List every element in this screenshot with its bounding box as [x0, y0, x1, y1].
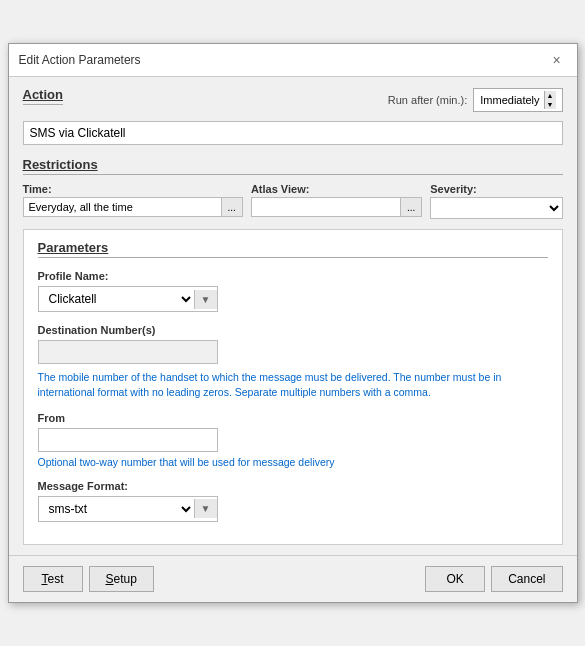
footer-left-buttons: Test Setup — [23, 566, 154, 592]
parameters-header: Parameters — [38, 240, 548, 258]
profile-name-select-row: Clickatell ▼ — [38, 286, 218, 312]
from-input[interactable] — [38, 428, 218, 452]
test-button[interactable]: Test — [23, 566, 83, 592]
action-input[interactable] — [23, 121, 563, 145]
restrictions-section: Restrictions Time: ... Atlas View: ... — [23, 157, 563, 219]
severity-label: Severity: — [430, 183, 562, 195]
footer-right-buttons: OK Cancel — [425, 566, 562, 592]
severity-select[interactable] — [431, 198, 561, 218]
time-input[interactable] — [23, 197, 221, 217]
message-format-arrow-icon: ▼ — [194, 499, 217, 518]
time-ellipsis-button[interactable]: ... — [221, 197, 243, 217]
parameters-section: Parameters Profile Name: Clickatell ▼ De… — [23, 229, 563, 544]
main-content: Action Run after (min.): Immediately ▲ ▼… — [9, 77, 577, 554]
close-button[interactable]: × — [547, 50, 567, 70]
profile-name-label: Profile Name: — [38, 270, 548, 282]
restrictions-fields: Time: ... Atlas View: ... Severity: — [23, 183, 563, 219]
ok-button[interactable]: OK — [425, 566, 485, 592]
setup-label-rest: etup — [114, 572, 137, 586]
from-label: From — [38, 412, 548, 424]
title-bar-text: Edit Action Parameters — [19, 53, 141, 67]
footer: Test Setup OK Cancel — [9, 555, 577, 602]
from-hint: Optional two-way number that will be use… — [38, 456, 548, 468]
atlas-field-group: Atlas View: ... — [251, 183, 422, 219]
message-format-select[interactable]: sms-txt — [39, 497, 194, 521]
atlas-label: Atlas View: — [251, 183, 422, 195]
run-after-control: Immediately ▲ ▼ — [473, 88, 562, 112]
message-format-label: Message Format: — [38, 480, 548, 492]
immediately-value: Immediately — [480, 94, 539, 106]
severity-field-group: Severity: — [430, 183, 562, 219]
severity-select-row — [430, 197, 562, 219]
message-format-select-row: sms-txt ▼ — [38, 496, 218, 522]
run-after-group: Run after (min.): Immediately ▲ ▼ — [388, 88, 563, 112]
restrictions-header: Restrictions — [23, 157, 563, 175]
run-after-spinner: ▲ ▼ — [544, 91, 556, 109]
time-field-group: Time: ... — [23, 183, 243, 219]
spin-up-button[interactable]: ▲ — [545, 91, 556, 100]
atlas-ellipsis-button[interactable]: ... — [400, 197, 422, 217]
destination-hint: The mobile number of the handset to whic… — [38, 370, 528, 399]
destination-input[interactable] — [38, 340, 218, 364]
cancel-button[interactable]: Cancel — [491, 566, 562, 592]
profile-name-arrow-icon: ▼ — [194, 290, 217, 309]
time-input-row: ... — [23, 197, 243, 217]
setup-underline: S — [106, 572, 114, 586]
action-header-row: Action Run after (min.): Immediately ▲ ▼ — [23, 87, 563, 113]
atlas-input-row: ... — [251, 197, 422, 217]
spin-down-button[interactable]: ▼ — [545, 100, 556, 109]
profile-name-select[interactable]: Clickatell — [39, 287, 194, 311]
run-after-label: Run after (min.): — [388, 94, 467, 106]
dialog: Edit Action Parameters × Action Run afte… — [8, 43, 578, 602]
time-label: Time: — [23, 183, 243, 195]
action-section-header: Action — [23, 87, 63, 105]
atlas-input[interactable] — [251, 197, 400, 217]
setup-button[interactable]: Setup — [89, 566, 154, 592]
destination-label: Destination Number(s) — [38, 324, 548, 336]
title-bar: Edit Action Parameters × — [9, 44, 577, 77]
test-label-rest: est — [47, 572, 63, 586]
